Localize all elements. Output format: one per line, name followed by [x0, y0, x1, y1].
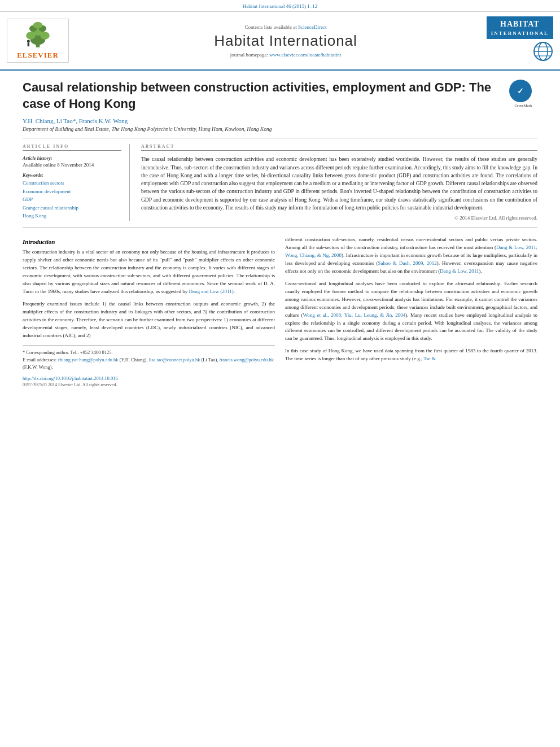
email3-desc: (F.K.W. Wong).	[23, 364, 53, 370]
keyword-1: Construction sectors	[23, 179, 121, 187]
article-info-heading: ARTICLE INFO	[23, 144, 121, 151]
email2-desc: (Li Tao),	[200, 357, 219, 362]
intro-p1-end: .	[234, 289, 235, 294]
article-title-section: Causal relationship between construction…	[23, 80, 537, 138]
journal-title: Habitat International	[69, 32, 502, 50]
intro-paragraph-2: Frequently examined issues include 1) th…	[23, 300, 275, 340]
journal-reference-bar: Habitat International 46 (2015) 1–12	[0, 0, 560, 12]
sciencedirect-link[interactable]: ScienceDirect	[298, 24, 326, 30]
crossmark-icon: ✓	[509, 80, 532, 102]
email1-desc: (Y.H. Chiang),	[119, 357, 149, 362]
right-p3-text: In this case study of Hong Kong, we have…	[285, 348, 537, 361]
article-info-column: ARTICLE INFO Article history: Available …	[23, 144, 130, 221]
svg-rect-9	[28, 43, 29, 47]
abstract-column: ABSTRACT The causal relationship between…	[141, 144, 537, 221]
intro-p2-text: Frequently examined issues include 1) th…	[23, 301, 275, 338]
journal-homepage: journal homepage: www.elsevier.com/locat…	[69, 52, 502, 58]
elsevier-label: ELSEVIER	[17, 51, 59, 60]
journal-center: Contents lists available at ScienceDirec…	[69, 24, 502, 58]
intro-paragraph-1: The construction industry is a vital sec…	[23, 248, 275, 296]
email1-link[interactable]: chiang.yat-hung@polyu.edu.hk	[58, 357, 118, 362]
elsevier-tree-icon	[18, 21, 58, 50]
habitat-logo-box: HABITAT INTERNATIONAL	[487, 16, 553, 39]
article-title: Causal relationship between construction…	[23, 80, 502, 112]
body-left-column: Introduction The construction industry i…	[23, 236, 275, 387]
journal-header: ELSEVIER Contents lists available at Sci…	[0, 12, 560, 71]
abstract-heading: ABSTRACT	[141, 144, 537, 151]
available-online: Available online 8 November 2014	[23, 162, 121, 168]
svg-point-8	[27, 40, 30, 43]
habitat-globe-icon	[533, 41, 553, 65]
habitat-word: HABITAT	[491, 19, 549, 30]
right-paragraph-2: Cross-sectional and longitudinal analyse…	[285, 280, 537, 343]
svg-text:✓: ✓	[517, 86, 524, 95]
email-label: E-mail addresses:	[23, 357, 58, 362]
body-content: Introduction The construction industry i…	[23, 236, 537, 387]
email2-link[interactable]: lisa.tao@connect.polyu.hk	[149, 357, 200, 362]
right-p1-final: ).	[479, 268, 482, 274]
doi-link[interactable]: http://dx.doi.org/10.1016/j.habitatint.2…	[23, 375, 275, 381]
svg-point-7	[33, 22, 43, 29]
footnote-emails: E-mail addresses: chiang.yat-hung@polyu.…	[23, 356, 275, 371]
international-word: INTERNATIONAL	[491, 30, 549, 37]
footnote-corresponding: * Corresponding author. Tel.: +852 3400 …	[23, 349, 275, 356]
article-title-text: Causal relationship between construction…	[23, 80, 502, 132]
elsevier-logo: ELSEVIER	[7, 19, 69, 63]
habitat-logo: HABITAT INTERNATIONAL	[502, 16, 553, 65]
footnotes: * Corresponding author. Tel.: +852 3400 …	[23, 345, 275, 370]
journal-reference-text: Habitat International 46 (2015) 1–12	[243, 3, 317, 9]
tse-link[interactable]: Tse &	[423, 356, 436, 361]
keywords-list: Construction sectors Economic developmen…	[23, 179, 121, 220]
homepage-text: journal homepage:	[230, 52, 269, 58]
main-content: Causal relationship between construction…	[0, 71, 560, 399]
intro-p1-text: The construction industry is a vital sec…	[23, 249, 275, 294]
abstract-text: The causal relationship between construc…	[141, 155, 537, 212]
article-info-abstract: ARTICLE INFO Article history: Available …	[23, 144, 537, 228]
contents-line: Contents lists available at ScienceDirec…	[69, 24, 502, 30]
email3-link[interactable]: francis.wong@polyu.edu.hk	[220, 357, 274, 362]
introduction-heading: Introduction	[23, 238, 275, 245]
wong-yiu-link[interactable]: Wong et al., 2008; Yiu, Lu, Leung, & Jin…	[303, 312, 406, 318]
homepage-link[interactable]: www.elsevier.com/locate/habitatint	[269, 52, 341, 58]
right-paragraph-3: In this case study of Hong Kong, we have…	[285, 347, 537, 363]
keyword-4: Granger causal relationship	[23, 204, 121, 212]
keyword-5: Hong Kong	[23, 212, 121, 220]
body-right-column: different construction sub-sectors, name…	[285, 236, 537, 387]
authors: Y.H. Chiang, Li Tao*, Francis K.W. Wong	[23, 117, 502, 124]
keyword-3: GDP	[23, 195, 121, 203]
dang-low-2011-link-1[interactable]: Dang and Low (2011)	[189, 289, 233, 294]
abstract-copyright: © 2014 Elsevier Ltd. All rights reserved…	[141, 215, 537, 221]
keywords-heading: Keywords:	[23, 172, 121, 178]
dang-low-2011-link-3[interactable]: Dang & Low, 2011	[440, 268, 479, 274]
contents-text: Contents lists available at	[245, 24, 298, 30]
copyright-bottom: 0197-3975/© 2014 Elsevier Ltd. All right…	[23, 382, 275, 387]
affiliation: Department of Building and Real Estate, …	[23, 126, 502, 132]
doi-url[interactable]: http://dx.doi.org/10.1016/j.habitatint.2…	[23, 375, 118, 381]
right-paragraph-1: different construction sub-sectors, name…	[285, 236, 537, 276]
crossmark-text: CrossMark	[509, 103, 537, 108]
keyword-2: Economic development	[23, 187, 121, 195]
history-heading: Article history:	[23, 155, 121, 161]
sahoo-dash-link[interactable]: Sahoo & Dash, 2009, 2012	[378, 260, 437, 266]
crossmark-logo[interactable]: ✓ CrossMark	[509, 80, 537, 108]
